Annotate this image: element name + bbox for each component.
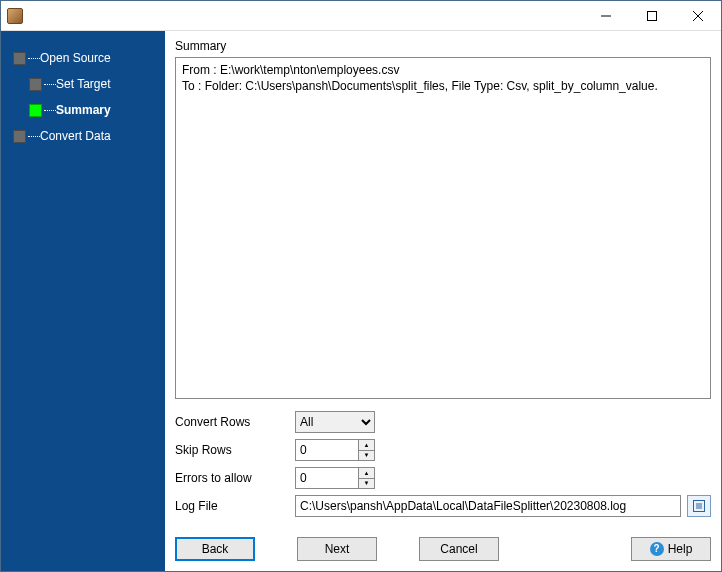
summary-line-to: To : Folder: C:\Users\pansh\Documents\sp… [182,78,704,94]
help-button-label: Help [668,542,693,556]
nav-marker-icon [13,52,26,65]
nav-connector [44,110,56,111]
summary-line-from: From : E:\work\temp\nton\employees.csv [182,62,704,78]
summary-textbox[interactable]: From : E:\work\temp\nton\employees.csv T… [175,57,711,399]
sidebar-item-label: Convert Data [40,129,111,143]
skip-rows-down[interactable]: ▼ [359,451,374,461]
skip-rows-input[interactable] [296,440,358,460]
titlebar-left [1,8,23,24]
log-file-label: Log File [175,499,295,513]
sidebar-item-label: Set Target [56,77,110,91]
convert-rows-row: Convert Rows All [175,411,711,433]
close-button[interactable] [675,1,721,30]
skip-rows-up[interactable]: ▲ [359,440,374,451]
nav-connector [28,136,40,137]
nav-connector [28,58,40,59]
sidebar: Open Source Set Target Summary Convert D… [1,31,165,571]
titlebar [1,1,721,31]
sidebar-item-open-source[interactable]: Open Source [1,45,165,71]
cancel-button[interactable]: Cancel [419,537,499,561]
nav-marker-icon [29,104,42,117]
skip-rows-label: Skip Rows [175,443,295,457]
next-button-label: Next [325,542,350,556]
errors-allow-down[interactable]: ▼ [359,479,374,489]
errors-allow-row: Errors to allow ▲ ▼ [175,467,711,489]
nav-marker-icon [13,130,26,143]
help-button[interactable]: ? Help [631,537,711,561]
log-file-row: Log File [175,495,711,517]
sidebar-item-convert-data[interactable]: Convert Data [1,123,165,149]
back-button-label: Back [202,542,229,556]
nav-connector [44,84,56,85]
next-button[interactable]: Next [297,537,377,561]
nav-marker-icon [29,78,42,91]
app-window: Open Source Set Target Summary Convert D… [0,0,722,572]
errors-allow-label: Errors to allow [175,471,295,485]
sidebar-item-label: Summary [56,103,111,117]
browse-icon [692,499,706,513]
titlebar-controls [583,1,721,30]
main-panel: Summary From : E:\work\temp\nton\employe… [165,31,721,571]
svg-rect-1 [648,11,657,20]
minimize-button[interactable] [583,1,629,30]
errors-allow-up[interactable]: ▲ [359,468,374,479]
skip-rows-spinner: ▲ ▼ [295,439,375,461]
convert-rows-label: Convert Rows [175,415,295,429]
cancel-button-label: Cancel [440,542,477,556]
sidebar-item-set-target[interactable]: Set Target [1,71,165,97]
back-button[interactable]: Back [175,537,255,561]
errors-allow-spinner: ▲ ▼ [295,467,375,489]
log-file-input[interactable] [295,495,681,517]
maximize-button[interactable] [629,1,675,30]
sidebar-item-summary[interactable]: Summary [1,97,165,123]
content: Open Source Set Target Summary Convert D… [1,31,721,571]
skip-rows-row: Skip Rows ▲ ▼ [175,439,711,461]
options-panel: Convert Rows All Skip Rows ▲ [175,411,711,523]
convert-rows-select[interactable]: All [295,411,375,433]
log-file-browse-button[interactable] [687,495,711,517]
app-icon [7,8,23,24]
button-row: Back Next Cancel ? Help [175,537,711,561]
help-icon: ? [650,542,664,556]
sidebar-item-label: Open Source [40,51,111,65]
errors-allow-input[interactable] [296,468,358,488]
section-title: Summary [175,39,711,53]
